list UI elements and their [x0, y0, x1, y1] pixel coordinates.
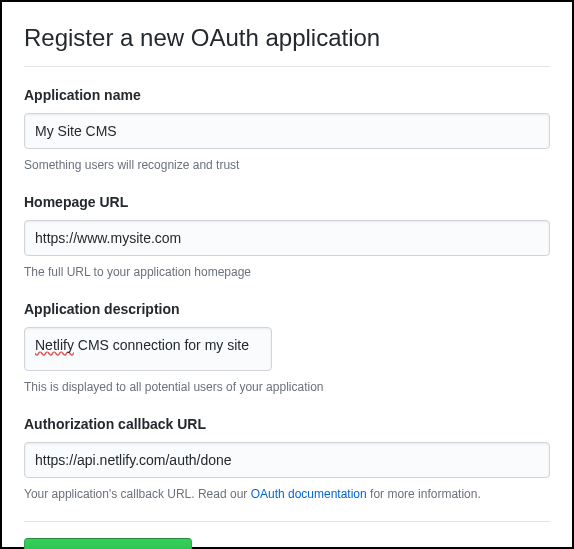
page-title: Register a new OAuth application	[24, 20, 550, 67]
oauth-docs-link[interactable]: OAuth documentation	[251, 487, 367, 501]
register-application-button[interactable]: Register application	[24, 538, 192, 549]
field-app-name: Application name Something users will re…	[24, 85, 550, 174]
callback-url-label: Authorization callback URL	[24, 414, 550, 435]
divider	[24, 521, 550, 522]
description-label: Application description	[24, 299, 550, 320]
field-homepage-url: Homepage URL The full URL to your applic…	[24, 192, 550, 281]
callback-help-prefix: Your application's callback URL. Read ou…	[24, 487, 251, 501]
field-callback-url: Authorization callback URL Your applicat…	[24, 414, 550, 503]
callback-url-help: Your application's callback URL. Read ou…	[24, 485, 550, 503]
field-description: Application description Netlify CMS conn…	[24, 299, 550, 396]
app-name-label: Application name	[24, 85, 550, 106]
homepage-url-label: Homepage URL	[24, 192, 550, 213]
description-word-spellerror: Netlify	[35, 337, 74, 353]
app-name-input[interactable]	[24, 113, 550, 149]
oauth-register-form: Register a new OAuth application Applica…	[0, 0, 574, 549]
callback-url-input[interactable]	[24, 442, 550, 478]
description-help: This is displayed to all potential users…	[24, 378, 550, 396]
callback-help-suffix: for more information.	[367, 487, 481, 501]
homepage-url-help: The full URL to your application homepag…	[24, 263, 550, 281]
homepage-url-input[interactable]	[24, 220, 550, 256]
app-name-help: Something users will recognize and trust	[24, 156, 550, 174]
description-rest: CMS connection for my site	[74, 337, 249, 353]
form-actions: Register application Cancel	[24, 538, 550, 549]
description-textarea[interactable]: Netlify CMS connection for my site	[24, 327, 272, 371]
